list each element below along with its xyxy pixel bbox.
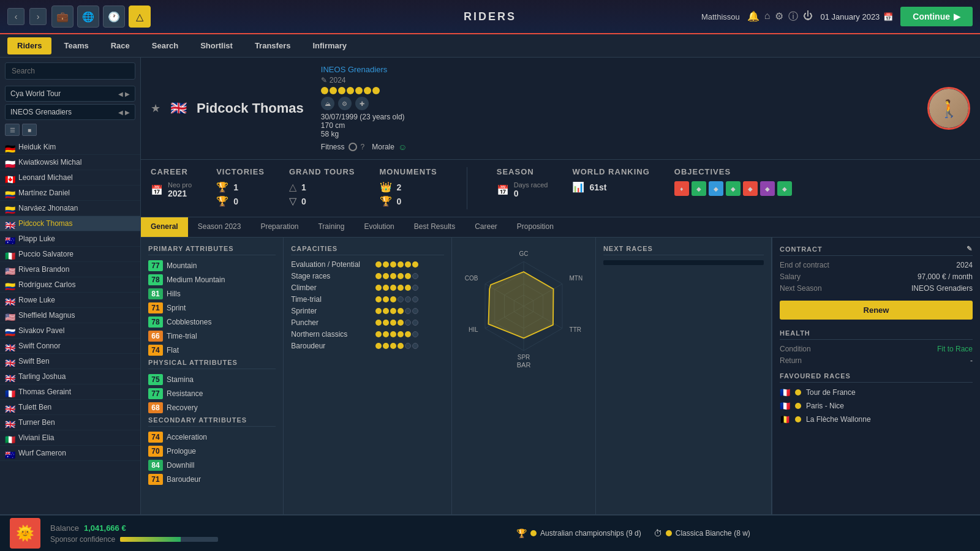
arrow-left-icon: ◀ <box>118 91 123 97</box>
attr-name: Recovery <box>167 403 276 412</box>
nav-back[interactable]: ‹ <box>7 8 24 25</box>
obj-text: Classica Bianche (8 w) <box>676 529 750 538</box>
bell-icon[interactable]: 🔔 <box>747 10 760 23</box>
race-name[interactable]: La Flèche Wallonne <box>806 415 871 424</box>
svg-marker-10 <box>489 272 554 338</box>
list-item[interactable]: 🇬🇧Pidcock Thomas <box>0 216 140 231</box>
renew-button[interactable]: Renew <box>780 301 973 320</box>
power-icon[interactable]: ⏻ <box>803 10 813 23</box>
content-tab-evolution[interactable]: Evolution <box>354 217 404 237</box>
rider-flag-icon: 🇬🇧 <box>5 343 15 350</box>
rider-flag-icon: 🇦🇺 <box>5 236 15 242</box>
rider-flag-icon: 🇨🇴 <box>5 190 15 197</box>
list-item[interactable]: 🇨🇴Narváez Jhonatan <box>0 201 140 216</box>
attr-name: Flat <box>167 346 276 354</box>
list-item[interactable]: 🇫🇷Thomas Geraint <box>0 384 140 400</box>
team-selector-2[interactable]: INEOS Grenadiers ◀ ▶ <box>5 104 135 120</box>
capacity-dot <box>383 273 389 279</box>
tab-teams[interactable]: Teams <box>54 37 98 54</box>
status-icons: 🔔 ⌂ ⚙ ⓘ ⏻ <box>747 10 813 23</box>
ranking-icon: 📊 <box>572 181 584 193</box>
nav-tabs: Riders Teams Race Search Shortlist Trans… <box>0 34 980 58</box>
nav-forward[interactable]: › <box>29 8 47 25</box>
tab-riders[interactable]: Riders <box>7 37 51 54</box>
radar-races-panel: GC MTN TTR SPR HIL COB BAR N <box>452 238 772 514</box>
info-icon[interactable]: ⓘ <box>788 10 798 23</box>
list-item[interactable]: 🇬🇧Turner Ben <box>0 415 140 430</box>
list-item[interactable]: 🇵🇱Kwiatkowski Michal <box>0 155 140 170</box>
list-item[interactable]: 🇮🇹Puccio Salvatore <box>0 247 140 262</box>
team-selector-1[interactable]: Cya World Tour ◀ ▶ <box>5 86 135 102</box>
contract-edit-icon: ✎ <box>321 76 327 84</box>
content-tab-season2023[interactable]: Season 2023 <box>188 217 251 237</box>
capacity-dot <box>412 261 418 268</box>
contract-edit-icon[interactable]: ✎ <box>967 245 973 253</box>
list-item[interactable]: 🇦🇺Plapp Luke <box>0 231 140 247</box>
attr-row: 70Prologue <box>148 446 276 457</box>
list-item[interactable]: 🇦🇺Wurf Cameron <box>0 446 140 461</box>
content-tab-career[interactable]: Career <box>465 217 507 237</box>
balance-row: Balance 1,041,666 € <box>50 523 504 533</box>
grid-view-toggle[interactable]: ■ <box>22 124 37 136</box>
neo-pro-year: 2021 <box>168 189 192 198</box>
search-input[interactable] <box>5 62 135 80</box>
tab-infirmary[interactable]: Infirmary <box>303 37 356 54</box>
list-item[interactable]: 🇺🇸Rivera Brandon <box>0 262 140 277</box>
tab-race[interactable]: Race <box>101 37 140 54</box>
clock-icon[interactable]: 🕐 <box>103 6 125 28</box>
briefcase-icon[interactable]: 💼 <box>51 6 74 28</box>
home-icon[interactable]: ⌂ <box>764 10 771 23</box>
attr-value: 77 <box>148 260 163 271</box>
cyclist-icon[interactable]: △ <box>129 6 151 28</box>
list-item[interactable]: 🇨🇴Martínez Daniel <box>0 186 140 201</box>
radar-labels: BAR <box>517 361 531 369</box>
capacity-dot <box>405 308 411 314</box>
favorite-star-icon[interactable]: ★ <box>151 102 160 115</box>
world-ranking: 61st <box>589 182 606 192</box>
rider-flag-icon: 🇺🇸 <box>5 266 15 273</box>
tab-search[interactable]: Search <box>142 37 188 54</box>
content-tab-best_results[interactable]: Best Results <box>404 217 465 237</box>
rider-name: Sivakov Pavel <box>18 326 135 335</box>
list-item[interactable]: 🇬🇧Tulett Ben <box>0 400 140 415</box>
attr-row: 74Acceleration <box>148 432 276 443</box>
list-item[interactable]: 🇺🇸Sheffield Magnus <box>0 308 140 323</box>
content-tab-preparation[interactable]: Preparation <box>251 217 308 237</box>
globe-icon[interactable]: 🌐 <box>77 6 99 28</box>
content-tab-training[interactable]: Training <box>308 217 354 237</box>
list-item[interactable]: 🇬🇧Swift Ben <box>0 354 140 369</box>
capacity-dot <box>405 285 411 291</box>
rider-height: 170 cm <box>321 121 918 130</box>
content-tab-proposition[interactable]: Proposition <box>507 217 564 237</box>
rider-team-link[interactable]: INEOS Grenadiers <box>321 65 387 74</box>
continue-button[interactable]: Continue ▶ <box>900 7 973 26</box>
rider-meta: INEOS Grenadiers ✎ 2024 ⛰ ⚙ <box>321 65 918 152</box>
list-item[interactable]: 🇬🇧Tarling Joshua <box>0 369 140 384</box>
attr-section-title: PHYSICAL ATTRIBUTES <box>148 359 276 369</box>
list-item[interactable]: 🇬🇧Rowe Luke <box>0 293 140 308</box>
rider-name: Tulett Ben <box>18 403 135 411</box>
capacity-dot <box>412 320 418 326</box>
list-view-toggle[interactable]: ☰ <box>5 124 20 136</box>
tab-transfers[interactable]: Transfers <box>245 37 301 54</box>
list-item[interactable]: 🇬🇧Swift Connor <box>0 339 140 354</box>
calendar-icon[interactable]: 📅 <box>883 12 893 21</box>
capacity-dot <box>412 331 418 337</box>
gear-icon[interactable]: ⚙ <box>775 10 783 23</box>
fitness-question: ? <box>361 143 365 151</box>
race-name[interactable]: Tour de France <box>806 388 856 397</box>
list-item[interactable]: 🇨🇴Rodríguez Carlos <box>0 277 140 293</box>
race-name[interactable]: Paris - Nice <box>806 402 844 410</box>
capacity-dot <box>405 261 411 268</box>
attr-row: 78Cobblestones <box>148 317 276 328</box>
capacity-dot <box>412 285 418 291</box>
tab-shortlist[interactable]: Shortlist <box>190 37 243 54</box>
list-item[interactable]: 🇨🇦Leonard Michael <box>0 170 140 186</box>
list-item[interactable]: 🇮🇹Viviani Elia <box>0 430 140 446</box>
monuments-block: Monuments 👑 2 🏆 0 <box>380 167 437 209</box>
list-item[interactable]: 🇷🇺Sivakov Pavel <box>0 323 140 339</box>
health-section-title: HEALTH <box>780 329 973 340</box>
list-item[interactable]: 🇩🇪Heiduk Kim <box>0 140 140 155</box>
content-tab-general[interactable]: General <box>141 217 188 237</box>
capacity-dot <box>375 296 382 302</box>
